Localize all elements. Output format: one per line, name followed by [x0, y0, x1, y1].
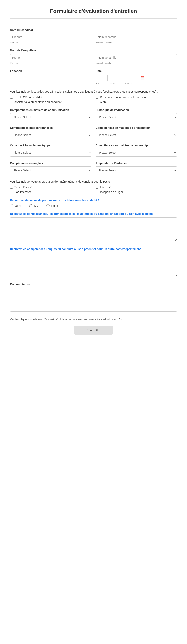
describe-label-2: Décrivez les compétences uniques du cand…	[10, 248, 177, 250]
affirmation-item-2: Assister à la présentation du candidat	[10, 100, 92, 104]
dropdown-field-1: Historique de l'éducation Please Select	[96, 108, 177, 121]
comments-textarea[interactable]	[10, 288, 177, 312]
interest-label-2: Pas intéressé	[14, 190, 32, 194]
submit-btn-wrapper: Soumettre	[10, 326, 177, 335]
interest-label-0: Très intéressé	[14, 186, 32, 189]
mois-hint: Mois	[110, 82, 123, 85]
dropdown-select-2[interactable]: Please Select	[10, 131, 92, 139]
affirmation-label-1: Rencontrer ou interviewer le candidat	[100, 96, 146, 99]
submit-hint: Veuillez cliquer sur le bouton "Soumettr…	[10, 318, 177, 321]
candidate-first-field: Prénom	[10, 34, 92, 44]
interest-label-1: Intéressé	[100, 186, 112, 189]
date-jour-input[interactable]	[96, 74, 108, 82]
describe-textarea-2[interactable]	[10, 252, 177, 276]
candidate-label: Nom du candidat	[10, 28, 177, 32]
affirmation-checkbox-1[interactable]	[96, 96, 98, 98]
interviewer-section: Nom de l'enquêteur Prénom Nom de famille	[10, 49, 177, 64]
affirmation-checkbox-3[interactable]	[96, 100, 98, 104]
interviewer-last-hint: Nom de famille	[96, 62, 177, 64]
radio-item-offre: Offre	[10, 204, 21, 207]
dropdown-field-6: Compétences en anglais Please Select	[10, 162, 92, 174]
dropdown-label-7: Préparation à l'entretien	[96, 162, 177, 165]
interviewer-first-input[interactable]	[10, 54, 92, 61]
interest-checkbox-3[interactable]	[96, 191, 98, 194]
affirmation-item-0: Lire le CV du candidat	[10, 96, 92, 99]
divider-top	[10, 22, 177, 23]
dropdown-select-1[interactable]: Please Select	[96, 113, 177, 121]
dropdown-field-4: Capacité à travailler en équipe Please S…	[10, 144, 92, 157]
interviewer-label: Nom de l'enquêteur	[10, 49, 177, 52]
dropdown-label-4: Capacité à travailler en équipe	[10, 144, 92, 147]
interest-item-3: Incapable de juger	[96, 190, 177, 194]
dropdown-field-5: Compétences en matière de leadership Ple…	[96, 144, 177, 157]
fonction-input[interactable]	[10, 74, 92, 82]
recommend-section: Recommandez-vous de poursuivre la procéd…	[10, 198, 177, 207]
affirmation-label-0: Lire le CV du candidat	[14, 96, 42, 99]
dropdown-label-2: Compétences interpersonnelles	[10, 126, 92, 129]
affirmation-checkbox-0[interactable]	[10, 96, 13, 98]
interest-label-3: Incapable de juger	[100, 190, 123, 194]
describe-textarea-1[interactable]	[10, 218, 177, 241]
annee-hint: Année	[124, 82, 140, 85]
candidate-last-field: Nom de famille	[96, 34, 177, 44]
radio-item-kiv: KIV	[29, 204, 38, 207]
dropdown-select-7[interactable]: Please Select	[96, 166, 177, 174]
dropdown-label-3: Compétences en matière de présentation	[96, 126, 177, 129]
affirmation-label-3: Autre	[100, 100, 106, 104]
interviewer-first-field: Prénom	[10, 54, 92, 64]
radio-item-rejet: Rejet	[46, 204, 58, 207]
interest-checkbox-0[interactable]	[10, 186, 13, 189]
affirmation-item-3: Autre	[96, 100, 177, 104]
date-annee-input[interactable]	[122, 74, 138, 82]
fonction-date-section: Fonction Date 📅 Jour Mois Année	[10, 70, 177, 85]
date-field: Date 📅 Jour Mois Année	[96, 70, 177, 85]
dropdown-select-5[interactable]: Please Select	[96, 149, 177, 157]
interest-checkbox-1[interactable]	[96, 186, 98, 189]
radio-row: Offre KIV Rejet	[10, 204, 177, 207]
fonction-label: Fonction	[10, 70, 92, 72]
interviewer-first-hint: Prénom	[10, 62, 92, 64]
interest-item-1: Intéressé	[96, 186, 177, 189]
dropdown-select-3[interactable]: Please Select	[96, 131, 177, 139]
fonction-field: Fonction	[10, 70, 92, 85]
comments-section: Commentaires :	[10, 282, 177, 312]
interest-checkbox-2[interactable]	[10, 191, 13, 194]
dropdown-select-6[interactable]: Please Select	[10, 166, 92, 174]
radio-offre[interactable]	[10, 204, 13, 207]
interest-item-0: Très intéressé	[10, 186, 92, 189]
recommend-question: Recommandez-vous de poursuivre la procéd…	[10, 198, 177, 202]
candidate-last-input[interactable]	[96, 34, 177, 40]
dropdown-select-4[interactable]: Please Select	[10, 149, 92, 157]
dropdown-label-0: Compétences en matière de communication	[10, 108, 92, 112]
radio-rejet[interactable]	[46, 204, 50, 207]
page-title: Formulaire d'évaluation d'entretien	[10, 8, 177, 18]
affirmations-grid: Lire le CV du candidat Rencontrer ou int…	[10, 96, 177, 104]
candidate-section: Nom du candidat Prénom Nom de famille	[10, 28, 177, 44]
page-container: Formulaire d'évaluation d'entretien Nom …	[0, 0, 187, 347]
interest-intro: Veuillez indiquer votre appréciation de …	[10, 180, 177, 183]
radio-label-offre: Offre	[15, 204, 21, 207]
dropdown-select-0[interactable]: Please Select	[10, 113, 92, 121]
interviewer-last-field: Nom de famille	[96, 54, 177, 64]
interest-grid: Très intéressé Intéressé Pas intéressé I…	[10, 186, 177, 194]
describe-section-1: Décrivez les connaissances, les compéten…	[10, 212, 177, 242]
describe-section-2: Décrivez les compétences uniques du cand…	[10, 248, 177, 277]
date-label: Date	[96, 70, 177, 72]
dropdown-field-2: Compétences interpersonnelles Please Sel…	[10, 126, 92, 139]
radio-label-rejet: Rejet	[51, 204, 58, 207]
date-mois-input[interactable]	[109, 74, 121, 82]
calendar-icon[interactable]: 📅	[140, 76, 144, 80]
affirmation-checkbox-2[interactable]	[10, 100, 13, 104]
radio-label-kiv: KIV	[34, 204, 38, 207]
affirmation-label-2: Assister à la présentation du candidat	[14, 100, 61, 104]
interest-section: Veuillez indiquer votre appréciation de …	[10, 180, 177, 194]
radio-kiv[interactable]	[29, 204, 32, 207]
candidate-first-input[interactable]	[10, 34, 92, 40]
dropdown-field-0: Compétences en matière de communication …	[10, 108, 92, 121]
jour-hint: Jour	[96, 82, 109, 85]
submit-button[interactable]: Soumettre	[74, 326, 112, 335]
describe-label-1: Décrivez les connaissances, les compéten…	[10, 212, 177, 216]
affirmations-intro: Veuillez indiquer lesquelles des affirma…	[10, 90, 177, 93]
interviewer-last-input[interactable]	[96, 54, 177, 61]
dropdown-field-3: Compétences en matière de présentation P…	[96, 126, 177, 139]
